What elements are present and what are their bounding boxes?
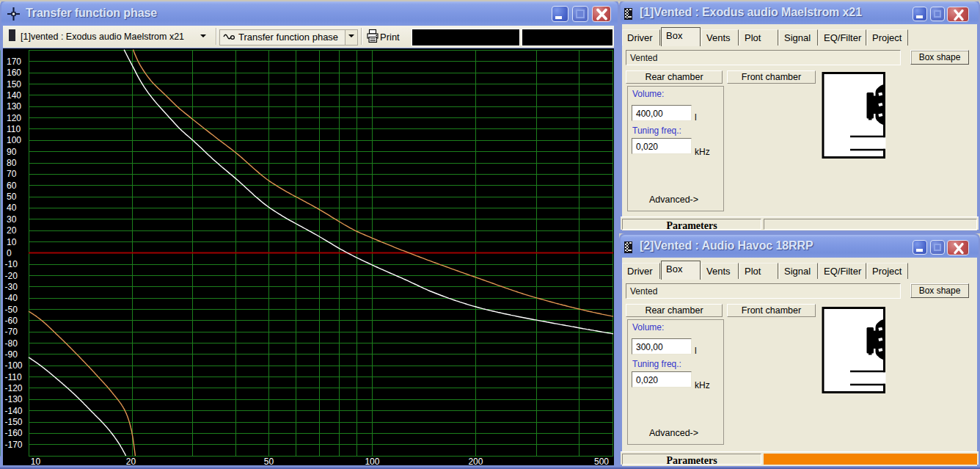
svg-text:110: 110	[7, 124, 21, 134]
svg-text:10: 10	[7, 237, 17, 247]
svg-text:40: 40	[7, 203, 17, 213]
svg-text:-80: -80	[5, 338, 18, 349]
svg-text:70: 70	[7, 169, 17, 179]
svg-text:-130: -130	[5, 394, 23, 404]
svg-text:-40: -40	[5, 293, 18, 303]
svg-text:80: 80	[7, 158, 17, 168]
svg-text:90: 90	[7, 147, 17, 157]
svg-text:-20: -20	[5, 271, 18, 281]
svg-text:150: 150	[7, 79, 21, 90]
svg-text:100: 100	[365, 457, 379, 467]
svg-text:-170: -170	[5, 440, 23, 450]
svg-text:-120: -120	[5, 383, 23, 393]
svg-text:140: 140	[7, 90, 21, 101]
svg-text:50: 50	[264, 457, 274, 467]
svg-text:-60: -60	[5, 316, 18, 326]
svg-text:20: 20	[126, 457, 136, 467]
svg-text:-50: -50	[5, 305, 18, 315]
svg-text:-110: -110	[5, 372, 22, 382]
svg-text:0: 0	[7, 248, 12, 258]
svg-text:120: 120	[7, 113, 21, 123]
svg-text:-10: -10	[5, 259, 18, 269]
svg-text:-140: -140	[5, 406, 23, 416]
svg-text:170: 170	[7, 57, 21, 67]
svg-text:-150: -150	[5, 417, 23, 427]
svg-text:50: 50	[7, 192, 17, 202]
svg-text:200: 200	[468, 457, 483, 467]
svg-text:10: 10	[31, 457, 41, 467]
svg-text:160: 160	[7, 68, 21, 78]
svg-text:-90: -90	[5, 349, 18, 360]
svg-text:-100: -100	[5, 360, 23, 371]
svg-text:500: 500	[594, 457, 609, 467]
svg-text:30: 30	[7, 214, 17, 225]
svg-text:-30: -30	[5, 282, 18, 292]
svg-text:20: 20	[7, 225, 17, 236]
svg-text:130: 130	[7, 101, 21, 112]
svg-text:-70: -70	[5, 327, 18, 337]
svg-text:-160: -160	[5, 428, 23, 438]
svg-text:60: 60	[7, 181, 17, 191]
svg-text:100: 100	[7, 135, 21, 145]
